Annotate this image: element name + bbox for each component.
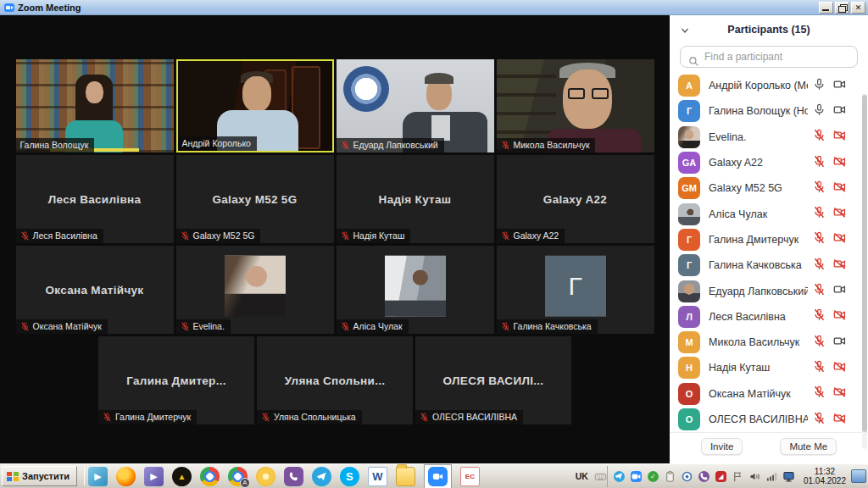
video-tile-oksana-matiichuk[interactable]: Оксана Матійчук Оксана Матійчук <box>16 246 174 334</box>
mic-off-icon[interactable] <box>813 206 826 222</box>
video-tile-galaxy-a22[interactable]: Galaxy A22 Galaxy A22 <box>497 155 654 243</box>
close-button[interactable] <box>851 2 865 14</box>
firefox-icon[interactable] <box>116 467 136 486</box>
participant-row[interactable]: ММикола Васильчук <box>670 330 868 355</box>
language-indicator[interactable]: UK <box>572 470 592 482</box>
mic-off-icon[interactable] <box>813 258 826 274</box>
keyboard-icon[interactable] <box>594 470 607 483</box>
chrome-icon[interactable] <box>200 467 220 486</box>
participant-row[interactable]: GMGalaxy M52 5G <box>670 175 868 201</box>
eye-tray-icon[interactable] <box>681 470 693 483</box>
ec-icon[interactable] <box>460 467 480 486</box>
zoom-icon[interactable] <box>428 467 448 486</box>
zoom-tray-icon[interactable] <box>630 470 643 483</box>
mic-off-icon[interactable] <box>813 335 826 351</box>
video-tile-galaxy-m52[interactable]: Galaxy M52 5G Galaxy M52 5G <box>176 155 334 243</box>
show-desktop-icon[interactable] <box>851 469 866 483</box>
camera-off-icon[interactable] <box>833 385 846 402</box>
video-tile-lesia-vasylivna[interactable]: Леся Василівна Леся Василівна <box>16 155 174 243</box>
mic-off-icon[interactable] <box>813 180 826 197</box>
clipboard-tray-icon[interactable] <box>664 470 676 483</box>
red-app-tray-icon[interactable]: ◢ <box>715 470 727 483</box>
viber-icon[interactable] <box>284 467 303 486</box>
restore-button[interactable] <box>835 2 849 14</box>
camera-off-icon[interactable] <box>833 206 846 222</box>
video-tile-alisa-chulak[interactable]: Аліса Чулак <box>337 246 494 334</box>
participant-row[interactable]: Evelina. <box>670 125 868 150</box>
mic-off-icon[interactable] <box>813 412 826 428</box>
camera-off-icon[interactable] <box>833 155 846 171</box>
participant-row[interactable]: ГГалина Качковська <box>670 252 868 278</box>
display-tray-icon[interactable] <box>782 470 795 483</box>
signal-tray-icon[interactable] <box>765 470 778 483</box>
camera-off-icon[interactable] <box>833 258 846 274</box>
flag-tray-icon[interactable] <box>732 470 744 483</box>
wmp-icon[interactable] <box>88 467 108 486</box>
video-tile-andrii-korolko[interactable]: Андрій Королько <box>176 59 334 152</box>
mic-off-icon[interactable] <box>813 385 826 402</box>
mic-off-icon[interactable] <box>813 231 826 247</box>
participant-row[interactable]: Аліса Чулак <box>670 201 868 226</box>
camera-off-icon[interactable] <box>833 231 846 247</box>
video-tile-halyna-kachkovska[interactable]: Г Галина Качковська <box>497 246 654 334</box>
telegram-icon[interactable] <box>312 467 331 486</box>
mic-off-icon[interactable] <box>813 283 826 299</box>
camera-on-icon[interactable] <box>833 283 846 299</box>
mic-off-icon[interactable] <box>813 129 826 145</box>
camera-off-icon[interactable] <box>833 180 846 197</box>
check-tray-icon[interactable]: ✓ <box>647 470 659 483</box>
aimp-icon[interactable] <box>172 467 192 486</box>
clock[interactable]: 11:32 01.04.2022 <box>804 467 846 485</box>
skype-icon[interactable] <box>340 467 359 486</box>
participant-row[interactable]: AАндрій Королько (Me) <box>670 73 868 98</box>
video-tile-eduard-lapkovskyi[interactable]: Едуард Лапковський <box>337 59 494 152</box>
canary-icon[interactable] <box>256 467 275 486</box>
participant-row[interactable]: ННадія Куташ <box>670 355 868 380</box>
video-tile-evelina[interactable]: Evelina. <box>176 246 334 334</box>
scrollbar[interactable] <box>862 93 867 449</box>
telegram-tray-icon[interactable] <box>613 470 626 483</box>
camera-on-icon[interactable] <box>833 103 846 119</box>
search-input[interactable] <box>680 46 858 68</box>
chrome-profile-icon[interactable]: A <box>228 467 248 486</box>
camera-on-icon[interactable] <box>833 78 846 94</box>
word-icon[interactable] <box>368 467 387 486</box>
video-tile-halyna-voloshchuk[interactable]: Галина Волощук <box>16 59 174 152</box>
camera-off-icon[interactable] <box>833 360 846 376</box>
km-icon[interactable] <box>144 467 164 486</box>
camera-on-icon[interactable] <box>833 335 846 351</box>
mic-on-icon[interactable] <box>813 78 826 94</box>
mic-on-icon[interactable] <box>813 103 826 119</box>
participant-row[interactable]: GAGalaxy A22 <box>670 150 868 175</box>
participant-row[interactable]: ООЛЕСЯ ВАСИЛІВНА <box>670 407 868 432</box>
minimize-button[interactable] <box>819 2 833 14</box>
video-tile-olesia-vasylivna[interactable]: ОЛЕСЯ ВАСИЛІ... ОЛЕСЯ ВАСИЛІВНА <box>415 336 571 424</box>
mute-me-button[interactable]: Mute Me <box>780 438 837 455</box>
participant-row[interactable]: ГГалина Дмитерчук <box>670 227 868 252</box>
video-tile-halyna-dmyterchuk[interactable]: Галина Дмитер... Галина Дмитерчук <box>98 336 254 424</box>
camera-off-icon[interactable] <box>833 308 846 324</box>
participant-row[interactable]: ООксана Матійчук <box>670 381 868 407</box>
mic-off-icon[interactable] <box>813 155 826 171</box>
volume-tray-icon[interactable] <box>748 470 761 483</box>
quick-launch-bar: A <box>88 464 480 488</box>
scrollbar-thumb[interactable] <box>862 95 867 432</box>
video-tile-mykola-vasylchuk[interactable]: Микола Васильчук <box>497 59 654 152</box>
participant-row[interactable]: ГГалина Волощук (Host) <box>670 98 868 124</box>
camera-off-icon[interactable] <box>833 412 846 428</box>
mic-off-icon <box>501 231 510 241</box>
viber-tray-icon[interactable] <box>698 470 710 483</box>
mic-off-icon[interactable] <box>813 360 826 376</box>
participant-row[interactable]: Едуард Лапковський <box>670 278 868 303</box>
zoom-taskbar-button-active[interactable] <box>424 464 452 488</box>
mic-off-icon[interactable] <box>813 308 826 324</box>
windows-logo-icon <box>7 471 19 482</box>
folder-icon[interactable] <box>396 467 415 486</box>
video-tile-uliana-spolnytska[interactable]: Уляна Спольни... Уляна Спольницька <box>257 336 413 424</box>
participant-row[interactable]: ЛЛеся Василівна <box>670 304 868 330</box>
start-button[interactable]: Запустити <box>2 466 77 486</box>
video-tile-nadiia-kutash[interactable]: Надія Куташ Надія Куташ <box>337 155 494 243</box>
invite-button[interactable]: Invite <box>701 438 743 455</box>
chevron-down-icon[interactable] <box>680 25 690 34</box>
camera-off-icon[interactable] <box>833 129 846 145</box>
